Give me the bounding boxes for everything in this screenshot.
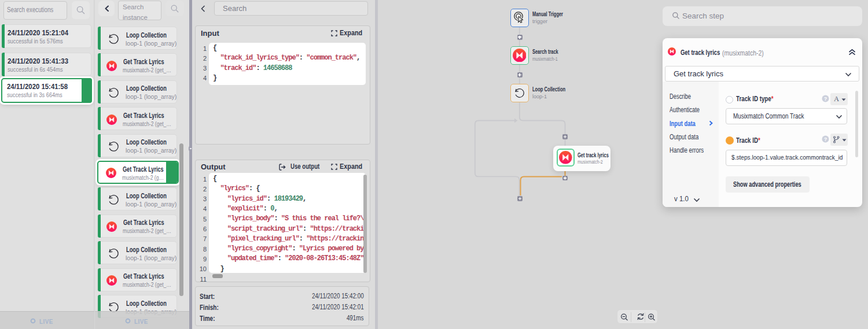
svg-text:?: ? — [824, 96, 827, 102]
svg-text:?: ? — [824, 136, 827, 142]
